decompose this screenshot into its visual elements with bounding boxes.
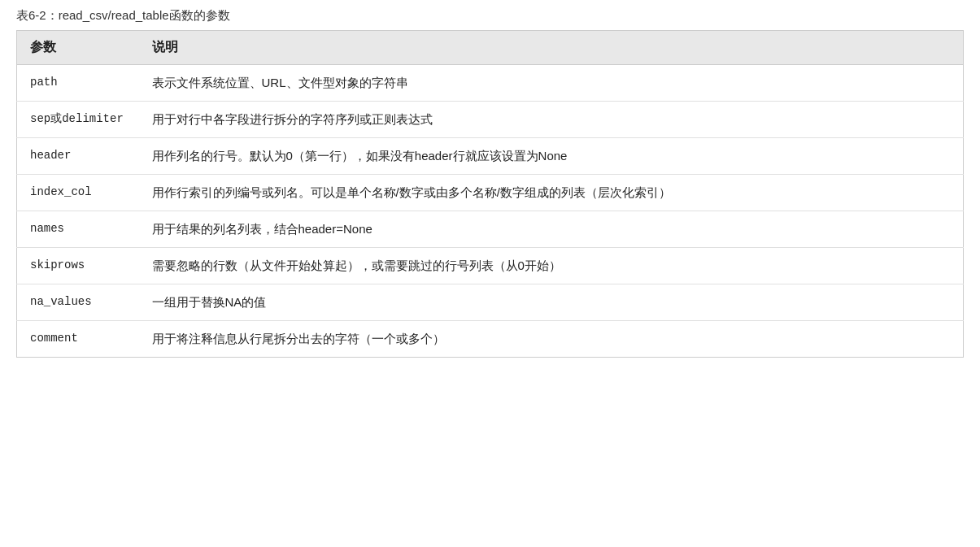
table-row: path表示文件系统位置、URL、文件型对象的字符串 xyxy=(17,65,964,102)
desc-cell: 用作列名的行号。默认为0（第一行），如果没有header行就应该设置为None xyxy=(139,138,964,175)
desc-cell: 需要忽略的行数（从文件开始处算起），或需要跳过的行号列表（从0开始） xyxy=(139,248,964,284)
desc-cell: 一组用于替换NA的值 xyxy=(139,284,964,321)
param-cell: index_col xyxy=(17,175,139,211)
table-row: sep或delimiter用于对行中各字段进行拆分的字符序列或正则表达式 xyxy=(17,102,964,138)
table-row: header用作列名的行号。默认为0（第一行），如果没有header行就应该设置… xyxy=(17,138,964,175)
table-row: skiprows需要忽略的行数（从文件开始处算起），或需要跳过的行号列表（从0开… xyxy=(17,248,964,284)
param-cell: skiprows xyxy=(17,248,139,284)
table-header-row: 参数 说明 xyxy=(17,31,964,65)
table-row: index_col用作行索引的列编号或列名。可以是单个名称/数字或由多个名称/数… xyxy=(17,175,964,211)
desc-cell: 用于将注释信息从行尾拆分出去的字符（一个或多个） xyxy=(139,321,964,358)
desc-cell: 表示文件系统位置、URL、文件型对象的字符串 xyxy=(139,65,964,102)
param-cell: path xyxy=(17,65,139,102)
table-title: 表6-2：read_csv/read_table函数的参数 xyxy=(16,8,964,24)
table-row: comment用于将注释信息从行尾拆分出去的字符（一个或多个） xyxy=(17,321,964,358)
param-cell: comment xyxy=(17,321,139,358)
col-header-param: 参数 xyxy=(17,31,139,65)
param-cell: sep或delimiter xyxy=(17,102,139,138)
desc-cell: 用于结果的列名列表，结合header=None xyxy=(139,211,964,248)
desc-cell: 用作行索引的列编号或列名。可以是单个名称/数字或由多个名称/数字组成的列表（层次… xyxy=(139,175,964,211)
desc-cell: 用于对行中各字段进行拆分的字符序列或正则表达式 xyxy=(139,102,964,138)
table-row: names用于结果的列名列表，结合header=None xyxy=(17,211,964,248)
param-cell: na_values xyxy=(17,284,139,321)
param-table: 参数 说明 path表示文件系统位置、URL、文件型对象的字符串sep或deli… xyxy=(16,30,964,358)
param-cell: header xyxy=(17,138,139,175)
table-row: na_values一组用于替换NA的值 xyxy=(17,284,964,321)
param-cell: names xyxy=(17,211,139,248)
col-header-desc: 说明 xyxy=(139,31,964,65)
